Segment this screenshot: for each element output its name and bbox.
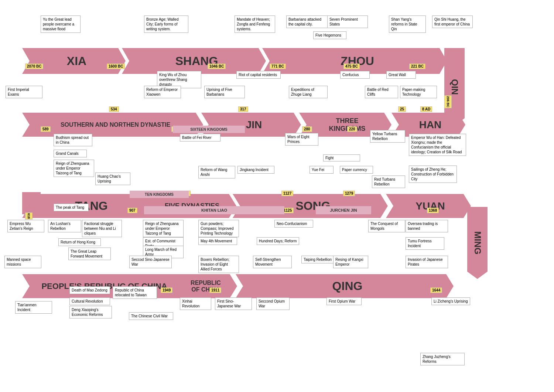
ann-gun-powders: Gun powders; Compass; Improved Printing … (198, 220, 239, 237)
ann-sailings-zheng-he: Sailings of Zheng He; Construction of Fo… (409, 166, 457, 183)
ann-jingkang: Jingkang Incident (237, 166, 274, 174)
timeline-container: XIA SHANG ZHOU QIN SOUTHERN AND NORTHEN … (0, 0, 554, 392)
year-618: 618 (25, 212, 33, 219)
ann-riot-capital: Riot of capital residents (236, 71, 281, 79)
ann-self-strengthen: Self-Strengthen Movement (253, 256, 292, 268)
ann-first-opium-war: First Opium War (326, 297, 362, 305)
dynasty-shang: SHANG (122, 48, 266, 74)
ann-manned-space: Manned space missions (4, 256, 41, 268)
ann-bronze-age: Bronze Age; Walled City; Early forms of … (144, 16, 188, 33)
year-317: 317 (238, 106, 248, 112)
ann-yue-fei: Yue Fei (310, 166, 334, 174)
dynasty-roc: REPUBLICOF CHINA (171, 274, 237, 298)
ann-empress-wu: Empress Wu Zetian's Reign (7, 220, 44, 232)
ann-chinese-civil-war: The Chinese Civil War (129, 312, 173, 320)
year-589: 589 (41, 126, 51, 132)
ann-roc-taiwan: Republic of China relocated to Taiwan (113, 286, 157, 299)
sub-sixteen-kingdoms: SIXTEEN KINGDOMS (173, 126, 245, 133)
ann-invasion-japanese-pirates: Invasion of Japanese Pirates (406, 256, 448, 268)
ann-death-mao: Death of Mao Zedong (69, 286, 110, 294)
ann-first-imperial-exams: First Imperial Exams (6, 86, 42, 98)
ann-paper-making: Paper-making Technology (400, 86, 437, 98)
year-8ad: 8 AD (420, 106, 432, 112)
ann-tumu-fortress: Tumu Fortress Incident (406, 237, 444, 250)
dynasty-ming: MING (467, 207, 488, 279)
year-1127: 1127 (281, 191, 293, 196)
ann-battle-fei-river: Battle of Fei River (180, 134, 220, 142)
dynasty-xia: XIA (22, 48, 126, 74)
ann-fight: Fight (323, 154, 360, 161)
year-25ad: 25 (398, 106, 406, 112)
ann-uprising-five-barbarians: Uprising of Five Barbarians (204, 86, 245, 98)
dynasty-jin-label: JIN (246, 119, 262, 131)
ann-emperor-wu-han: Emperor Wu of Han: Defeated Xiongnu; mad… (409, 134, 466, 156)
ann-cultural-revolution: Cultural Revolution (69, 297, 110, 305)
dynasty-zhou: ZHOU (262, 48, 447, 74)
year-907: 907 (127, 208, 137, 213)
ann-shan-yang: Shan Yang's reforms in State Qin (389, 16, 426, 33)
year-475bc: 475 BC (343, 64, 360, 69)
year-534: 534 (109, 106, 119, 112)
ann-great-leap: The Great Leap Forward Movement (68, 248, 111, 260)
ann-may-4th: May 4th Movement (198, 237, 237, 245)
year-2070bc: 2070 BC (25, 64, 43, 69)
dynasty-qing-label: QING (332, 279, 363, 293)
year-1949: 1949 (161, 287, 172, 293)
sub-ten-kingdoms: TEN KINGDOMS (130, 191, 189, 198)
ann-seccod-sino-japanese: Seccod Sino-Japanese War (129, 256, 172, 268)
ann-wars-eight-princes: Wars of Eight Princes (285, 133, 318, 146)
sub-khitan-liao: KHITAN LIAO (144, 206, 284, 214)
ann-factional-struggle: Factional struggle between Niu and Li cl… (82, 220, 122, 237)
year-220: 220 (347, 126, 357, 132)
year-1046bc: 1046 BC (208, 64, 226, 69)
year-280: 280 (302, 126, 312, 132)
ann-xinhai-revolution: Xinhai Revolution (180, 297, 211, 310)
ann-first-sino-japanese: First Sino-Japanese War (215, 297, 252, 310)
ann-grand-canals: Grand Canals (54, 150, 87, 157)
ann-deng-economic: Deng Xiaoping's Economic Reforms (69, 306, 112, 318)
year-1279: 1279 (343, 191, 355, 196)
dynasty-xia-label: XIA (67, 54, 86, 68)
ann-qin-shi-huang: Qin Shi Huang, the first emperor of Chin… (432, 16, 473, 28)
ann-tiananmen: Tian'anmen Incident (15, 301, 52, 314)
year-206bc: 206 BC (444, 95, 452, 108)
year-1600bc: 1600 BC (107, 64, 125, 69)
year-221bc: 221 BC (409, 64, 425, 69)
dynasty-han-label: HAN (419, 119, 442, 131)
dynasty-yuan: YUAN (386, 194, 471, 218)
ann-red-turbans: Red Turbans Rebellion (372, 175, 405, 188)
ann-boxers-rebellion: Boxers Rebellion; Invasion of Eight Alli… (198, 256, 239, 273)
dynasty-ming-label: MING (472, 231, 483, 255)
ann-seven-states: Seven Prominent States (327, 16, 368, 28)
ann-neo-confucianism: Neo-Confucianism (274, 220, 313, 228)
year-1644: 1644 (430, 287, 442, 293)
ann-conquest-mongols: The Conquest of Mongols (368, 220, 405, 232)
year-1911: 1911 (209, 287, 221, 293)
ann-huang-chao: Huang Chao's Uprising (95, 173, 130, 185)
ann-reign-zhenguana-tang: Reign of Zhenguana under Emperor Taizong… (54, 160, 94, 177)
ann-oversea-trading: Oversea trading is banned (406, 220, 448, 232)
dynasty-qin-label: QIN (449, 79, 460, 95)
dynasty-qing: QING (236, 274, 454, 298)
ann-yellow-turbans: Yellow Turbans Rebellion (370, 130, 405, 143)
ann-five-hegemons: Five Hegemons (313, 31, 346, 39)
ann-mandate-heaven: Mandate of Heaven; Zongfa and Fenfeng sy… (235, 16, 275, 33)
ann-reform-wang-anshi: Reform of Wang Anshi (198, 166, 235, 178)
ann-return-hong-kong: Return of Hong Kong (58, 238, 101, 246)
ann-an-lushan: An Lushan's Rebellion (48, 220, 81, 232)
ann-reign-zhenguana-khitan: Reign of Zhenguana under Emperor Taizong… (143, 220, 184, 237)
ann-zhang-juzheng: Zhang Juzheng's Reforms (420, 353, 465, 365)
dynasty-southern: SOUTHERN AND NORTHEN DYNASTIE (22, 113, 203, 137)
ann-seccond-opium-war: Seccond Opium War (256, 297, 290, 310)
ann-reform-xiaowen: Reform of Emperor Xiaowen (144, 86, 181, 98)
year-771bc: 771 BC (270, 64, 286, 69)
ann-budhism: Budhism spread out in China (54, 134, 92, 146)
ann-resing-kangxi: Resing of Kangxi Emperor (333, 256, 368, 268)
sub-jurchen-jin: JURCHEN JIN (316, 206, 371, 214)
ann-great-wall: Great Wall (386, 71, 416, 79)
ann-barbarians: Barbarians attacked the capital city. (286, 16, 329, 28)
ann-paper-currency: Paper currency (340, 166, 373, 174)
ann-hundred-days: Hundred Days; Reform (257, 237, 299, 245)
dynasty-southern-label: SOUTHERN AND NORTHEN DYNASTIE (61, 122, 170, 128)
ann-expeditions-zhuge: Expeditions of Zhuge Liang (289, 86, 328, 98)
